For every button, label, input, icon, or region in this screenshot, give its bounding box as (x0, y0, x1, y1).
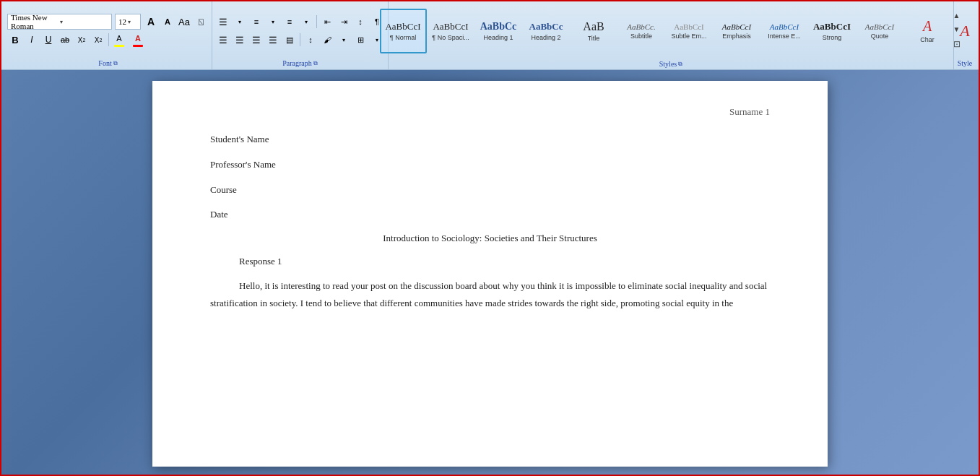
styles-expand-icon: ⧉ (678, 61, 682, 68)
font-name-selector[interactable]: Times New Roman ▾ (7, 14, 112, 30)
bold-button[interactable]: B (7, 32, 23, 48)
subscript-button[interactable]: X2 (74, 32, 90, 48)
style-preview-subtle-emphasis: AaBbCcI (674, 22, 704, 31)
style-label-emphasis: Emphasis (722, 33, 751, 40)
style-label-char: Char (920, 36, 935, 43)
document-page[interactable]: Surname 1 Student's Name Professor's Nam… (152, 81, 828, 467)
italic-button[interactable]: I (24, 32, 40, 48)
separator1 (108, 33, 109, 46)
styles-section-label[interactable]: Styles ⧉ (659, 60, 682, 68)
strikethrough-button[interactable]: ab (57, 32, 73, 48)
style-btn-no-spacing[interactable]: AaBbCcI¶ No Spaci... (428, 9, 474, 53)
clear-format-button[interactable]: Aa (176, 14, 192, 30)
document-area: Surname 1 Student's Name Professor's Nam… (1, 70, 979, 476)
multilevel-dropdown[interactable]: ▾ (298, 14, 314, 30)
style-section-content: A (960, 4, 969, 58)
font-section: Times New Roman ▾ 12 ▾ A A Aa ⍂ (4, 1, 212, 69)
font-color-bar (133, 45, 143, 47)
bullets-button[interactable]: ☰ (215, 14, 231, 30)
ribbon-main-area: Times New Roman ▾ 12 ▾ A A Aa ⍂ (1, 1, 979, 69)
char-preview: A (960, 22, 969, 40)
professor-name-line[interactable]: Professor's Name (210, 157, 770, 173)
styles-scroll: AaBbCcI¶ NormalAaBbCcI¶ No Spaci...AaBbC… (380, 9, 951, 53)
highlight-color-button[interactable]: A (111, 33, 127, 44)
font-expand-icon: ⧉ (113, 60, 118, 67)
style-preview-quote: AaBbCcI (865, 22, 894, 31)
font-color-button[interactable]: A (130, 33, 146, 44)
numbering-dropdown[interactable]: ▾ (265, 14, 281, 30)
style-label-subtle-emphasis: Subtle Em... (671, 33, 706, 40)
style-btn-quote[interactable]: AaBbCcIQuote (857, 9, 903, 53)
paragraph-align-row: ☰ ☰ ☰ ☰ ▤ ↕ 🖌 ▾ ⊞ ▾ (215, 32, 385, 48)
style-label-heading2: Heading 2 (531, 34, 560, 41)
paragraph-section-label[interactable]: Paragraph ⧉ (282, 59, 318, 67)
border-button[interactable]: ⊞ (352, 32, 368, 48)
align-right-button[interactable]: ☰ (248, 32, 264, 48)
style-section-label[interactable]: Style (958, 59, 973, 67)
style-btn-char[interactable]: AChar (904, 9, 951, 53)
format-eraser-button[interactable]: ⍂ (193, 14, 209, 30)
align-justify-button[interactable]: ☰ (265, 32, 281, 48)
style-preview-title: AaB (583, 20, 604, 33)
student-name-line[interactable]: Student's Name (210, 132, 770, 147)
style-label-intense-emphasis: Intense E... (768, 33, 801, 40)
style-label-title: Title (588, 35, 600, 42)
date-line[interactable]: Date (210, 207, 770, 222)
style-preview-no-spacing: AaBbCcI (433, 21, 468, 33)
course-line[interactable]: Course (210, 183, 770, 198)
response-label[interactable]: Response 1 (239, 256, 770, 267)
style-section: A Style (954, 1, 976, 69)
paragraph-section: ☰ ▾ ≡ ▾ ≡ ▾ ⇤ ⇥ ↕ ¶ ☰ ☰ ☰ ☰ (212, 1, 389, 69)
style-btn-subtle-emphasis[interactable]: AaBbCcISubtle Em... (666, 9, 713, 53)
styles-area: AaBbCcI¶ NormalAaBbCcI¶ No Spaci...AaBbC… (378, 3, 964, 59)
document-paragraph1[interactable]: Hello, it is interesting to read your po… (210, 277, 770, 311)
highlight-color-bar (114, 45, 124, 47)
numbering-button[interactable]: ≡ (248, 14, 264, 30)
style-preview-emphasis: AaBbCcI (722, 22, 751, 31)
style-btn-intense-emphasis[interactable]: AaBbCcIIntense E... (761, 9, 808, 53)
text-highlight-container: A (111, 33, 127, 47)
align-center-button[interactable]: ☰ (232, 32, 248, 48)
style-btn-normal[interactable]: AaBbCcI¶ Normal (380, 9, 427, 53)
style-btn-strong[interactable]: AaBbCcIStrong (809, 9, 856, 53)
font-name-row: Times New Roman ▾ 12 ▾ A A Aa ⍂ (7, 14, 209, 30)
font-dropdown-arrow: ▾ (60, 19, 109, 25)
sort-button[interactable]: ↕ (352, 14, 368, 30)
style-preview-char: A (923, 18, 932, 35)
style-preview-heading2: AaBbCc (529, 21, 563, 33)
style-btn-title[interactable]: AaBTitle (571, 9, 617, 53)
shading-dropdown[interactable]: ▾ (336, 32, 352, 48)
style-label-no-spacing: ¶ No Spaci... (432, 34, 469, 41)
style-preview-intense-emphasis: AaBbCcI (770, 22, 799, 31)
align-left-button[interactable]: ☰ (215, 32, 231, 48)
style-btn-emphasis[interactable]: AaBbCcIEmphasis (714, 9, 760, 53)
font-size-selector[interactable]: 12 ▾ (115, 14, 141, 30)
style-preview-heading1: AaBbCc (480, 21, 517, 33)
font-grow-button[interactable]: A (143, 14, 159, 30)
column-button[interactable]: ▤ (282, 32, 298, 48)
line-spacing-button[interactable]: ↕ (303, 32, 318, 48)
increase-indent-button[interactable]: ⇥ (336, 14, 352, 30)
paragraph-lists-row: ☰ ▾ ≡ ▾ ≡ ▾ ⇤ ⇥ ↕ ¶ (215, 14, 385, 30)
font-color-container: A (130, 33, 146, 47)
document-title[interactable]: Introduction to Sociology: Societies and… (210, 233, 770, 244)
style-btn-heading1[interactable]: AaBbCcHeading 1 (475, 9, 522, 53)
superscript-button[interactable]: X2 (90, 32, 106, 48)
paragraph-section-content: ☰ ▾ ≡ ▾ ≡ ▾ ⇤ ⇥ ↕ ¶ ☰ ☰ ☰ ☰ (215, 4, 385, 58)
style-btn-subtitle[interactable]: AaBbCc.Subtitle (618, 9, 665, 53)
style-btn-heading2[interactable]: AaBbCcHeading 2 (523, 9, 570, 53)
multilevel-button[interactable]: ≡ (282, 14, 298, 30)
font-format-row: B I U ab X2 X2 A A (7, 32, 146, 48)
separator3 (300, 33, 300, 46)
underline-button[interactable]: U (40, 32, 56, 48)
font-shrink-button[interactable]: A (160, 14, 175, 30)
bullets-dropdown[interactable]: ▾ (232, 14, 248, 30)
paragraph-expand-icon: ⧉ (313, 60, 318, 67)
style-preview-strong: AaBbCcI (813, 21, 851, 33)
style-label-quote: Quote (871, 33, 889, 40)
styles-section: AaBbCcI¶ NormalAaBbCcI¶ No Spaci...AaBbC… (389, 1, 954, 69)
font-section-label[interactable]: Font ⧉ (98, 59, 117, 67)
font-size-value: 12 (118, 17, 128, 26)
shading-button[interactable]: 🖌 (319, 32, 335, 48)
decrease-indent-button[interactable]: ⇤ (319, 14, 335, 30)
